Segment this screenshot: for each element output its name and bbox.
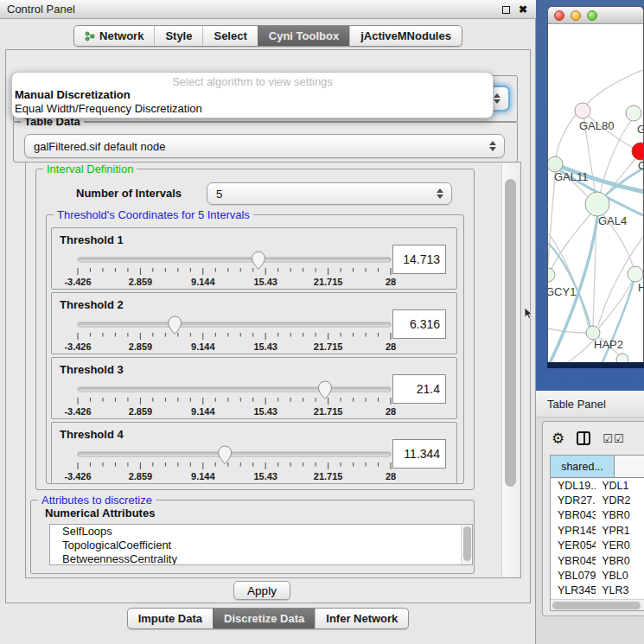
tab-style[interactable]: Style <box>154 26 202 46</box>
network-node[interactable] <box>616 354 628 362</box>
threshold-value-field[interactable]: 14.713 <box>392 245 446 274</box>
slider-tick-label: 21.715 <box>314 471 343 481</box>
thresholds-group: Threshold's Coordinates for 5 Intervals … <box>46 214 464 484</box>
slider-tick-label: 15.43 <box>253 471 277 481</box>
table-cell: YDL1 <box>596 480 644 492</box>
threshold-label: Threshold 3 <box>60 363 124 376</box>
list-scrollbar-thumb[interactable] <box>463 526 471 561</box>
settings-vertical-scrollbar[interactable] <box>501 163 520 577</box>
slider-thumb[interactable] <box>219 446 232 464</box>
tab-jactivemnodules[interactable]: jActiveMNodules <box>349 26 462 46</box>
combo-arrows-icon <box>437 188 443 199</box>
control-panel-titlebar: Control Panel ✖ <box>0 0 536 19</box>
bottom-tab-impute-data[interactable]: Impute Data <box>128 609 213 628</box>
threshold-slider[interactable]: -3.4262.8599.14415.4321.71528 <box>73 443 405 483</box>
node-attribute-table[interactable]: shared...n YDL19...YDL1YDR27...YDR2YBR04… <box>550 455 644 611</box>
table-cell: YBR0 <box>596 555 644 567</box>
bottom-tab-infer-network[interactable]: Infer Network <box>315 609 408 628</box>
numerical-attributes-list[interactable]: SelfLoopsTopologicalCoefficientBetweenne… <box>49 524 473 565</box>
dropdown-option-manual-discretization[interactable]: Manual Discretization <box>12 88 493 102</box>
network-edge <box>548 328 586 333</box>
table-panel-title: Table Panel <box>547 398 606 411</box>
tab-label: Cyni Toolbox <box>269 29 339 42</box>
tab-select[interactable]: Select <box>202 26 257 46</box>
network-node[interactable] <box>548 268 555 282</box>
number-of-intervals-combobox[interactable]: 5 <box>207 182 452 205</box>
table-row[interactable]: YDL19...YDL1 <box>551 478 644 493</box>
threshold-slider[interactable]: -3.4262.8599.14415.4321.71528 <box>73 379 405 418</box>
apply-button[interactable]: Apply <box>233 581 290 600</box>
network-node[interactable] <box>632 143 644 160</box>
slider-tick-label: 2.859 <box>129 341 153 352</box>
table-row[interactable]: YLR345WYLR3 <box>551 583 644 598</box>
table-row[interactable]: YDR27...YDR2 <box>551 493 644 507</box>
gear-icon[interactable]: ⚙ <box>552 431 564 446</box>
attribute-item-topologicalcoefficient[interactable]: TopologicalCoefficient <box>50 539 472 552</box>
table-row[interactable]: YBR045CYBR0 <box>551 553 644 568</box>
table-row[interactable]: YPR145WYPR1 <box>551 523 644 538</box>
attribute-item-betweennesscentrality[interactable]: BetweennessCentrality <box>50 552 472 565</box>
attribute-item-selfloops[interactable]: SelfLoops <box>50 525 472 539</box>
slider-tick-label: 21.715 <box>314 406 343 417</box>
slider-thumb[interactable] <box>169 316 182 335</box>
tab-label: Select <box>214 29 246 42</box>
table-horizontal-scrollbar[interactable] <box>551 599 644 610</box>
threshold-slider[interactable]: -3.4262.8599.14415.4321.71528 <box>73 249 405 289</box>
columns-icon[interactable] <box>577 431 590 445</box>
threshold-value-field[interactable]: 6.316 <box>392 309 446 339</box>
table-row[interactable]: YBR043CYBR0 <box>551 508 644 523</box>
float-icon[interactable] <box>502 6 510 14</box>
close-light-icon[interactable] <box>554 10 564 21</box>
network-node[interactable] <box>628 266 643 282</box>
list-scrollbar[interactable] <box>461 525 472 564</box>
threshold-panel-2: Threshold 2-3.4262.8599.14415.4321.71528… <box>51 292 457 354</box>
slider-tick-label: 9.144 <box>191 277 215 287</box>
titlebar-icons: ✖ <box>502 0 527 19</box>
slider-tick-label: 21.715 <box>314 277 343 287</box>
network-edge <box>584 69 644 108</box>
slider-tick-label: 28 <box>386 406 396 417</box>
tab-cyni-toolbox[interactable]: Cyni Toolbox <box>258 26 349 46</box>
network-node[interactable] <box>575 103 590 118</box>
threshold-value-field[interactable]: 21.4 <box>392 374 446 404</box>
tab-label: Network <box>99 29 143 42</box>
tab-network[interactable]: Network <box>74 26 154 46</box>
network-canvas[interactable]: GAL80GACGAL11GAL4GCY1HHAP2 <box>548 24 644 362</box>
dropdown-option-equal-width-frequency-discretization[interactable]: Equal Width/Frequency Discretization <box>12 102 493 116</box>
slider-tick-label: 2.859 <box>129 471 153 481</box>
top-tab-group: NetworkStyleSelectCyni ToolboxjActiveMNo… <box>73 25 462 47</box>
table-cell: YDR2 <box>596 494 644 507</box>
table-data-combobox[interactable]: galFiltered.sif default node <box>24 134 505 158</box>
network-graph: GAL80GACGAL11GAL4GCY1HHAP2 <box>548 24 644 362</box>
network-node[interactable] <box>626 105 641 121</box>
slider-thumb[interactable] <box>252 252 265 270</box>
interval-definition-title: Interval Definition <box>43 163 137 175</box>
slider-thumb[interactable] <box>318 381 331 399</box>
threshold-slider[interactable]: -3.4262.8599.14415.4321.71528 <box>73 314 405 354</box>
slider-tick-label: 28 <box>386 341 396 352</box>
bottom-tab-discretize-data[interactable]: Discretize Data <box>213 609 315 628</box>
network-window[interactable]: GAL80GACGAL11GAL4GCY1HHAP2 <box>547 6 644 362</box>
column-header-n[interactable]: n <box>615 456 644 477</box>
minimize-light-icon[interactable] <box>571 10 581 21</box>
close-icon[interactable]: ✖ <box>519 4 527 15</box>
table-cell: YPR145W <box>551 525 596 537</box>
slider-tick-label: 21.715 <box>314 341 343 352</box>
top-tabstrip: NetworkStyleSelectCyni ToolboxjActiveMNo… <box>0 25 536 47</box>
table-row[interactable]: YBL079WYBL0 <box>551 568 644 583</box>
combo-arrows-icon <box>489 141 496 151</box>
column-header-shared[interactable]: shared... <box>551 456 615 477</box>
checkbox-icons[interactable]: ☑☑ <box>603 432 624 445</box>
threshold-value-field[interactable]: 11.344 <box>392 439 446 469</box>
dropdown-placeholder-option[interactable]: Select algorithm to view settings <box>12 75 493 88</box>
zoom-light-icon[interactable] <box>587 10 597 21</box>
table-row[interactable]: YER054CYER0 <box>551 539 644 553</box>
settings-scrollbar-thumb[interactable] <box>505 179 516 487</box>
tab-label: Infer Network <box>326 612 398 625</box>
network-edge <box>599 278 634 328</box>
table-scrollbar-thumb[interactable] <box>552 602 641 609</box>
slider-tick-label: 28 <box>386 471 396 481</box>
node-label-ga: GA <box>637 123 644 136</box>
node-label-gal80: GAL80 <box>579 119 614 132</box>
network-node[interactable] <box>585 192 609 216</box>
